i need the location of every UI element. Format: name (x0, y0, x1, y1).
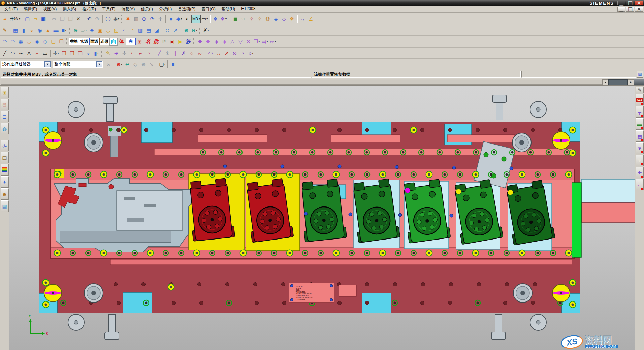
p-option[interactable]: P (160, 38, 168, 46)
reuse-library[interactable]: ≋ (239, 15, 248, 23)
guide-bushing-1[interactable] (84, 133, 103, 152)
minimize-button[interactable]: ▁ (617, 1, 625, 5)
toolbar-handle[interactable] (69, 27, 71, 34)
guide-bushing-2[interactable] (84, 284, 103, 303)
trim-body[interactable]: ◪ (153, 26, 161, 34)
intersect[interactable]: ◈ (88, 26, 96, 34)
eraser[interactable]: ◇ (131, 60, 139, 68)
line-purple[interactable]: ╱ (155, 49, 163, 57)
mdi-restore-button[interactable]: ❐ (626, 7, 634, 12)
dim-arrow[interactable]: ↗ (223, 49, 231, 57)
part-t-punch[interactable]: ┳ (636, 106, 644, 118)
scroll-right-button[interactable]: ► (628, 79, 634, 85)
constraint-navigator-tab[interactable]: ⊟ (1, 99, 9, 110)
spring-tool[interactable]: 弹 (126, 38, 136, 45)
suppress-component[interactable]: ▽ (236, 38, 245, 46)
face-blend[interactable]: ◝ (128, 26, 136, 34)
exit-strip[interactable] (581, 179, 635, 203)
restore-button[interactable]: ❐ (626, 1, 634, 5)
chevron-down-icon[interactable]: ▾ (118, 17, 119, 20)
sew[interactable]: ▥ (136, 26, 144, 34)
guide-bushing-3[interactable] (512, 133, 531, 152)
unite-target[interactable]: ⊕ (182, 26, 190, 34)
layer-m3[interactable]: M3▾ (191, 15, 201, 23)
circle-arrow[interactable]: ◔ (239, 49, 247, 57)
grid-crosshair[interactable]: ⊞ (136, 38, 144, 46)
guide-post-3[interactable] (105, 315, 119, 340)
menu-edit[interactable]: 编辑(E) (21, 6, 40, 12)
system-materials-tab[interactable]: ▤ (1, 152, 9, 163)
part-block-holes[interactable]: ▦ (636, 130, 644, 142)
menu-tools[interactable]: 工具(T) (99, 6, 118, 12)
status-grid-button[interactable]: ▦ (637, 71, 643, 78)
ruled-surface[interactable]: ◠ (1, 38, 9, 46)
replace[interactable]: 替换 (69, 38, 79, 45)
interference[interactable]: 涉 (184, 38, 192, 46)
rotate-view[interactable]: ⟳ (148, 15, 156, 23)
menu-analysis[interactable]: 分析(L) (156, 6, 175, 12)
fillet-sketch[interactable]: ◜ (128, 49, 136, 57)
rect-select[interactable]: ▢▾ (158, 60, 166, 68)
view-background[interactable]: ▭▾ (201, 15, 209, 23)
face-transparent[interactable]: 面透 (89, 38, 99, 45)
tool-id-plate[interactable]: TOOL ID:PITCH:SIZE:THICKNESS:PROCESS DES… (289, 283, 334, 303)
offset-surface[interactable]: ❏ (49, 38, 57, 46)
red-box[interactable]: ▣ (168, 38, 176, 46)
pan-view[interactable]: ✛ (156, 15, 164, 23)
corner-lifter-4[interactable] (552, 284, 570, 302)
mirror-assembly[interactable]: △ (228, 38, 236, 46)
selection-scope-dropdown[interactable]: 整个装配 ▼ (53, 61, 103, 68)
sketch[interactable]: ✎ (1, 26, 9, 34)
offset-curve[interactable]: ❏ (60, 49, 68, 57)
chevron-down-icon[interactable]: ▾ (252, 52, 253, 55)
gray-snap[interactable]: ⊕ (139, 60, 148, 68)
body-display[interactable]: 体 (118, 38, 126, 46)
dashed-ellipse[interactable]: ◌ (188, 49, 196, 57)
assembly-navigator-tab[interactable]: ⊞ (1, 87, 9, 98)
graphics-viewport[interactable]: TOOL ID:PITCH:SIZE:THICKNESS:PROCESS DES… (9, 86, 635, 350)
datum-csys[interactable]: ◈ (272, 15, 280, 23)
arc-dimension[interactable]: ◠ (206, 49, 215, 57)
face-display[interactable]: 面 (109, 38, 118, 46)
project-curve[interactable]: ◒ (84, 49, 92, 57)
guide-bushing-4[interactable] (513, 284, 532, 303)
scroll-left-button[interactable]: ◄ (602, 79, 608, 85)
toolbar-handle[interactable] (193, 38, 195, 45)
block[interactable]: ■▾ (60, 26, 68, 34)
toolbar-handle[interactable] (229, 15, 230, 23)
horizontal-scrollbar[interactable]: ◄ ► (0, 79, 644, 86)
mdi-close-button[interactable]: ✕ (635, 7, 643, 12)
chevron-down-icon[interactable]: ▾ (267, 40, 268, 43)
corner-lifter-2[interactable] (44, 284, 62, 302)
interpart-link[interactable]: ∞ (104, 60, 112, 68)
fit-view[interactable]: ✖ (124, 15, 132, 23)
pattern-feature[interactable]: ∷ (163, 26, 171, 34)
point[interactable]: ✛▾ (52, 49, 60, 57)
clip-section[interactable]: ❖ (212, 15, 220, 23)
measure-component[interactable]: ↦▾ (269, 38, 277, 46)
profile[interactable]: ⌐ (33, 49, 41, 57)
chevron-down-icon[interactable]: ▾ (19, 17, 20, 20)
pocket[interactable]: ▬ (52, 26, 60, 34)
corner-rect[interactable]: ⌐ (136, 49, 144, 57)
assembly-constraints[interactable]: ❖ (204, 38, 212, 46)
section-surface[interactable]: ◆ (33, 38, 41, 46)
chevron-down-icon[interactable]: ▼ (96, 61, 102, 67)
hole[interactable]: ◉ (36, 26, 44, 34)
toolbar-handle[interactable] (66, 38, 68, 45)
new-section[interactable]: ❖▾ (220, 15, 228, 23)
circle[interactable]: ○▾ (247, 49, 255, 57)
menu-window[interactable]: 窗口(O) (198, 6, 218, 12)
datum-plane[interactable]: ▦ (11, 26, 20, 34)
mirror-body[interactable]: ❖ (288, 15, 296, 23)
menu-information[interactable]: 信息(I) (138, 6, 156, 12)
chevron-down-icon[interactable]: ▾ (208, 29, 209, 32)
restore[interactable]: 还原 (99, 38, 109, 45)
thicken[interactable]: ▤ (144, 26, 153, 34)
toolbar-handle[interactable] (121, 15, 123, 23)
corner-lifter-3[interactable] (552, 132, 570, 149)
swept[interactable]: ◡ (25, 38, 33, 46)
history-tab[interactable]: ◷ (1, 140, 9, 151)
part-key[interactable]: KEY (636, 94, 644, 105)
part-navigator-tab[interactable]: ⊡ (1, 111, 9, 122)
